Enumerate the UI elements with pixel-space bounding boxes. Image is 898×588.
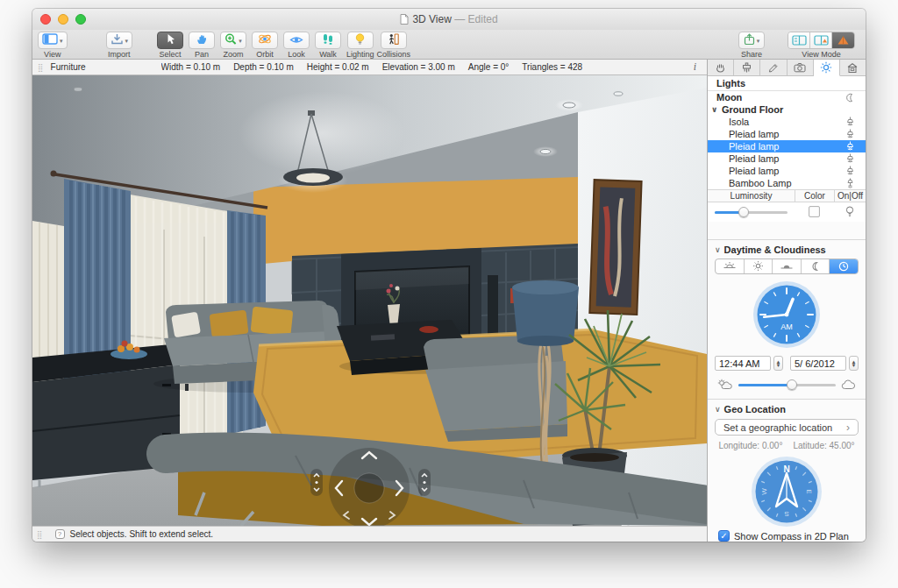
light-row[interactable]: Pleiad lamp	[708, 140, 866, 152]
angle-value: Angle = 0°	[468, 62, 510, 72]
elevation-slider-left[interactable]	[310, 469, 323, 496]
brush-icon	[741, 62, 752, 74]
onoff-column-label: On|Off	[834, 190, 866, 202]
latitude-value: Latitude: 45.00°	[793, 441, 854, 450]
height-value: Height = 0.02 m	[307, 62, 369, 72]
walk-button[interactable]	[315, 32, 341, 49]
tab-building[interactable]	[840, 60, 866, 76]
zoom-group: ▾ Zoom	[220, 32, 246, 59]
look-button[interactable]	[283, 32, 310, 49]
longitude-value: Longitude: 0.00°	[718, 441, 782, 450]
bulb-icon	[355, 32, 365, 48]
sunset-segment[interactable]	[773, 259, 802, 274]
footprints-icon	[323, 32, 333, 48]
light-columns-header: Luminosity Color On|Off	[708, 189, 866, 202]
bulb-outline-icon	[845, 206, 854, 217]
view-button[interactable]: ▾	[38, 32, 68, 49]
tab-camera[interactable]	[788, 60, 814, 76]
set-location-button[interactable]: Set a geographic location ›	[715, 419, 859, 436]
night-segment[interactable]	[802, 259, 830, 274]
cloudiness-slider[interactable]	[738, 379, 836, 390]
custom-time-segment[interactable]	[830, 259, 858, 274]
clock-icon	[838, 261, 849, 272]
pan-button[interactable]	[189, 32, 215, 49]
elevation-slider-right[interactable]	[418, 469, 431, 496]
time-stepper[interactable]: ▲▼	[773, 356, 783, 371]
tab-materials[interactable]	[734, 60, 760, 76]
time-date-row: ▲▼ ▲▼	[708, 356, 866, 371]
eye-icon	[289, 32, 303, 48]
sunrise-segment[interactable]	[716, 259, 745, 274]
group-row-ground-floor[interactable]: ∨ Ground Floor	[708, 103, 866, 116]
geo-section-header[interactable]: ∨ Geo Location	[708, 400, 866, 417]
cloud-icon	[841, 379, 857, 390]
moon-icon	[810, 261, 820, 272]
orbit-button[interactable]	[252, 32, 278, 49]
tab-object[interactable]	[708, 60, 734, 76]
sun-behind-cloud-icon	[716, 379, 733, 390]
edited-label: — Edited	[454, 13, 497, 25]
view-mode-group: View Mode	[788, 32, 855, 59]
share-button[interactable]: ▾	[738, 32, 765, 49]
minimize-button[interactable]	[58, 14, 68, 25]
look-group: Look	[283, 32, 310, 59]
light-color-swatch[interactable]	[809, 206, 820, 217]
lights-list: Moon ∨ Ground Floor Isola Pleiad lamp Pl…	[708, 91, 866, 189]
object-metrics: Width = 0.10 m Depth = 0.10 m Height = 0…	[161, 62, 583, 72]
clock-widget[interactable]: AM	[708, 280, 866, 349]
tab-edit[interactable]	[760, 60, 787, 76]
walk-joystick[interactable]	[323, 442, 417, 526]
disclosure-icon[interactable]: ∨	[715, 405, 721, 414]
titlebar[interactable]: 3D View — Edited	[32, 9, 866, 30]
moon-row[interactable]: Moon	[708, 91, 866, 103]
help-icon[interactable]: ?	[55, 529, 65, 539]
sunset-icon	[780, 262, 794, 271]
cloudiness-slider-knob[interactable]	[787, 379, 797, 390]
zoom-button[interactable]: ▾	[220, 32, 246, 49]
compass-east-label: E	[805, 489, 813, 493]
3d-viewport[interactable]	[32, 75, 707, 526]
luminosity-slider-knob[interactable]	[738, 207, 749, 217]
show-compass-checkbox[interactable]: ✓	[718, 530, 730, 542]
camera-icon	[794, 62, 806, 73]
moon-icon	[845, 93, 855, 103]
date-input[interactable]	[790, 356, 846, 371]
day-segment[interactable]	[745, 259, 773, 274]
joystick-center[interactable]	[354, 473, 384, 503]
light-row[interactable]: Pleiad lamp	[708, 165, 866, 177]
date-stepper[interactable]: ▲▼	[849, 356, 859, 371]
view-mode-2d-button[interactable]	[788, 32, 810, 48]
close-button[interactable]	[40, 14, 51, 25]
light-onoff-toggle[interactable]	[834, 206, 866, 217]
view-mode-split-button[interactable]	[810, 32, 832, 48]
select-button[interactable]	[157, 32, 183, 49]
wall-painting[interactable]	[589, 180, 641, 315]
lighting-button[interactable]	[347, 32, 374, 49]
fullscreen-button[interactable]	[75, 14, 86, 25]
light-row[interactable]: Pleiad lamp	[708, 128, 866, 140]
light-controls-row	[708, 202, 866, 222]
disclosure-icon[interactable]: ∨	[715, 245, 721, 254]
collisions-button[interactable]	[381, 32, 407, 49]
tab-light[interactable]	[814, 60, 840, 76]
import-group: ▾ Import	[106, 32, 133, 59]
light-row[interactable]: Isola	[708, 116, 866, 128]
cloudiness-row	[708, 379, 866, 390]
daytime-section-header[interactable]: ∨ Daytime & Cloudiness	[708, 240, 866, 258]
compass-widget[interactable]: N E S W	[708, 456, 866, 528]
view-mode-3d-button[interactable]	[832, 32, 854, 48]
view-icon	[42, 32, 58, 48]
app-window: 3D View — Edited ▾ View ▾ Import Select	[32, 9, 866, 542]
light-row[interactable]: Pleiad lamp	[708, 152, 866, 165]
import-button[interactable]: ▾	[106, 32, 133, 49]
info-button[interactable]: i	[688, 60, 702, 74]
light-row[interactable]: Bamboo Lamp	[708, 177, 866, 189]
hand-icon	[715, 62, 726, 74]
luminosity-slider[interactable]	[715, 207, 788, 217]
compass-south-label: S	[784, 510, 788, 518]
orbit-group: Orbit	[252, 32, 278, 59]
import-icon	[110, 32, 124, 48]
disclosure-icon[interactable]: ∨	[711, 105, 722, 114]
cursor-icon	[165, 32, 175, 48]
time-input[interactable]	[715, 356, 771, 371]
